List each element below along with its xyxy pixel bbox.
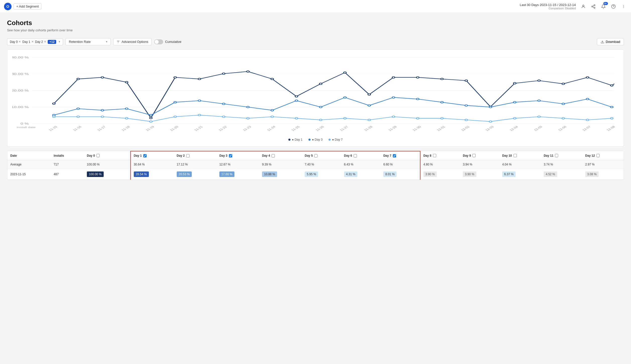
svg-text:10.00 %: 10.00 % — [12, 106, 29, 109]
more-icon[interactable]: ⋮ — [620, 3, 627, 10]
svg-point-53 — [222, 103, 225, 105]
table-row-2023-11-15: 2023-11-15 487 100.00 % 28.54 % 20.53 % … — [7, 169, 624, 180]
row1-day8-cell: 3.90 % — [423, 171, 437, 177]
svg-point-49 — [125, 108, 128, 109]
svg-point-23 — [77, 78, 79, 80]
day9-checkbox[interactable] — [472, 154, 476, 157]
svg-point-48 — [101, 110, 104, 111]
svg-point-2 — [592, 6, 593, 7]
tag-day2: Day 2 ✕ — [35, 40, 46, 44]
row1-day7: 8.01 % — [380, 169, 420, 180]
svg-point-50 — [150, 114, 152, 116]
svg-point-81 — [320, 119, 322, 121]
svg-text:12-04: 12-04 — [509, 125, 519, 132]
svg-point-68 — [586, 98, 589, 100]
tag-plus[interactable]: +12 — [48, 40, 56, 44]
chart-area: 40.00 % 30.00 % 20.00 % 10.00 % 0 % — [12, 55, 619, 135]
top-nav: O + Add Segment Last 30 Days 2023-11-15 … — [0, 0, 631, 13]
row1-day9: 3.90 % — [460, 169, 499, 180]
row1-day1-cell: 28.54 % — [134, 171, 149, 177]
svg-point-39 — [465, 80, 467, 81]
svg-text:12-08: 12-08 — [606, 125, 616, 132]
svg-point-86 — [441, 118, 443, 119]
day6-checkbox[interactable] — [354, 154, 357, 157]
row1-day5-cell: 5.95 % — [305, 171, 318, 177]
svg-point-61 — [416, 98, 419, 100]
avg-day1: 30.64 % — [131, 160, 174, 169]
row1-day6-cell: 4.31 % — [344, 171, 357, 177]
day2-checkbox[interactable] — [186, 154, 190, 157]
svg-point-52 — [198, 100, 201, 101]
svg-point-34 — [344, 72, 346, 73]
day11-checkbox[interactable] — [555, 154, 558, 157]
svg-text:12-06: 12-06 — [557, 125, 567, 132]
avg-day7: 6.60 % — [380, 160, 420, 169]
svg-text:11-18: 11-18 — [120, 125, 131, 132]
svg-point-26 — [150, 117, 152, 119]
svg-point-59 — [368, 105, 370, 106]
add-segment-button[interactable]: + Add Segment — [14, 3, 41, 10]
row1-day9-cell: 3.90 % — [463, 171, 476, 177]
avg-day10: 4.04 % — [499, 160, 541, 169]
svg-line-5 — [593, 5, 594, 6]
help-icon[interactable] — [610, 3, 617, 10]
svg-text:12-01: 12-01 — [436, 125, 446, 132]
segment-tags-dropdown[interactable]: Day 0 ✕ Day 1 ✕ Day 2 ✕ +12 ▾ — [7, 38, 63, 45]
tag-day1-remove[interactable]: ✕ — [31, 40, 34, 43]
svg-point-66 — [538, 100, 540, 101]
avg-day9: 3.94 % — [460, 160, 499, 169]
segment-chevron-icon: ▾ — [59, 40, 60, 43]
row1-day10: 6.37 % — [499, 169, 541, 180]
svg-text:11-30: 11-30 — [412, 125, 422, 132]
svg-text:11-22: 11-22 — [218, 125, 228, 132]
avg-installs: 717 — [51, 160, 84, 169]
day12-checkbox[interactable] — [596, 154, 600, 157]
avg-day6: 6.43 % — [341, 160, 381, 169]
tag-day0-remove[interactable]: ✕ — [19, 40, 21, 43]
day7-checkbox[interactable] — [393, 154, 396, 157]
chart-card: 40.00 % 30.00 % 20.00 % 10.00 % 0 % — [7, 49, 624, 147]
svg-point-41 — [514, 82, 516, 84]
row1-day0-cell: 100.00 % — [87, 171, 104, 177]
share-icon[interactable] — [590, 3, 597, 10]
day0-checkbox[interactable] — [96, 154, 100, 157]
svg-point-33 — [320, 83, 322, 84]
day10-checkbox[interactable] — [514, 154, 517, 157]
retention-rate-label: Retention Rate — [69, 40, 91, 44]
avg-day5: 7.40 % — [302, 160, 341, 169]
col-day9: Day 9 — [460, 151, 499, 160]
advanced-options-button[interactable]: Advanced Options — [113, 38, 151, 45]
cumulative-toggle[interactable] — [154, 39, 163, 44]
svg-point-62 — [441, 102, 443, 103]
notification-icon[interactable]: 9+ — [600, 3, 607, 10]
legend-day1-dot — [288, 139, 290, 141]
day3-checkbox[interactable] — [229, 154, 232, 157]
legend-day1: ● Day 1 — [288, 138, 302, 141]
user-avatar: O — [4, 3, 12, 10]
svg-point-72 — [101, 116, 104, 117]
tag-day2-remove[interactable]: ✕ — [44, 40, 46, 43]
col-day3: Day 3 — [216, 151, 259, 160]
svg-point-69 — [610, 106, 613, 108]
day5-checkbox[interactable] — [314, 154, 318, 157]
svg-point-73 — [125, 118, 128, 119]
cohorts-table: Date Installs Day 0 Day 1 — [7, 151, 624, 180]
svg-text:11-23: 11-23 — [242, 125, 252, 132]
svg-point-87 — [465, 119, 467, 121]
svg-point-56 — [295, 100, 298, 101]
add-segment-label: + Add Segment — [16, 5, 39, 8]
day1-checkbox[interactable] — [143, 154, 147, 157]
svg-point-67 — [562, 103, 564, 105]
day4-checkbox[interactable] — [272, 154, 275, 157]
retention-rate-dropdown[interactable]: Retention Rate ▾ — [66, 38, 111, 45]
download-button[interactable]: Download — [597, 38, 624, 45]
day8-checkbox[interactable] — [433, 154, 436, 157]
svg-point-57 — [320, 106, 322, 108]
svg-point-28 — [198, 78, 201, 80]
row1-day12: 3.08 % — [582, 169, 624, 180]
svg-text:12-05: 12-05 — [533, 125, 543, 132]
legend-day7-dot — [329, 139, 331, 141]
col-day12: Day 12 — [582, 151, 624, 160]
svg-text:40.00 %: 40.00 % — [12, 56, 29, 59]
user-icon[interactable] — [580, 3, 587, 10]
